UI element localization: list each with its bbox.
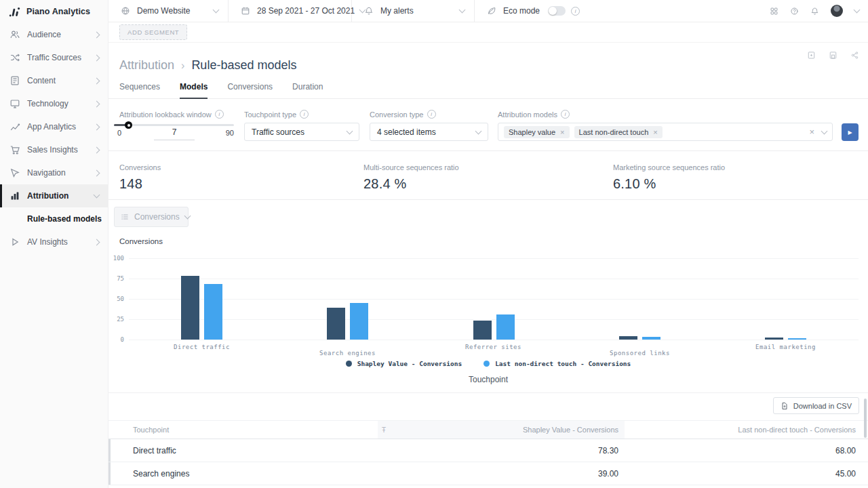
chevron-right-icon (94, 146, 100, 153)
table-row-search-engines: Search engines39.0045.00 (108, 462, 868, 485)
lookback-value-input[interactable]: 7 (154, 127, 195, 140)
remove-tag-icon[interactable]: × (560, 128, 564, 136)
bar-last-non-direct-touch-conversions-referrer-sites (496, 314, 515, 340)
site-selector-value: Demo Website (137, 6, 208, 16)
column-header-touchpoint[interactable]: Touchpoint (108, 426, 378, 434)
sidebar-item-av-insights[interactable]: AV Insights (0, 230, 108, 253)
chevron-right-icon (94, 77, 100, 84)
sidebar-item-technology[interactable]: Technology (0, 92, 108, 115)
kpi-value: 28.4 % (363, 176, 459, 192)
chevron-down-icon[interactable] (854, 7, 861, 14)
legend-item-shapley-value-conversions[interactable]: Shapley Value - Conversions (346, 360, 462, 367)
x-category-label: Referrer sites (420, 344, 566, 350)
traffic-sources-icon (9, 52, 20, 63)
add-segment-button[interactable]: ADD SEGMENT (119, 24, 187, 40)
tab-duration[interactable]: Duration (292, 82, 323, 99)
attribution-models-multiselect[interactable]: Shapley value × Last non-direct touch × … (498, 123, 833, 141)
sidebar-item-app-analytics[interactable]: App Analytics (0, 115, 108, 138)
clear-all-icon[interactable]: × (809, 127, 814, 137)
sidebar-item-traffic-sources[interactable]: Traffic Sources (0, 46, 108, 69)
apply-button[interactable]: ▶ (842, 123, 859, 141)
alerts-value: My alerts (380, 6, 454, 16)
sidebar-item-label: Navigation (27, 168, 94, 178)
conversion-type-value: 4 selected items (377, 127, 436, 137)
sidebar-item-audience[interactable]: Audience (0, 23, 108, 46)
lookback-slider[interactable] (114, 124, 234, 126)
y-tick-label: 0 (108, 336, 124, 343)
download-file-icon (781, 402, 789, 410)
chevron-right-icon (94, 54, 100, 61)
legend-item-last-non-direct-touch-conversions[interactable]: Last non-direct touch - Conversions (484, 360, 631, 367)
chevron-right-icon (94, 239, 100, 245)
bar-chart: 1007550250Direct trafficSearch enginesRe… (108, 254, 868, 390)
conversion-type-label: Conversion type (370, 110, 436, 119)
technology-icon (9, 98, 20, 109)
metric-selector-value: Conversions (134, 212, 180, 222)
calendar-icon (241, 6, 250, 16)
x-category-label: Sponsored links (567, 350, 713, 357)
alerts-selector[interactable]: My alerts (352, 0, 475, 22)
remove-tag-icon[interactable]: × (653, 128, 657, 136)
eco-mode-info-icon[interactable] (571, 7, 580, 16)
avatar[interactable] (831, 5, 843, 17)
page-header: Attribution › Rule-based models Sequence… (108, 43, 868, 99)
apps-grid-icon[interactable] (770, 7, 778, 16)
touchpoint-type-label: Touchpoint type (244, 110, 309, 119)
download-csv-button[interactable]: Download in CSV (773, 397, 859, 414)
legend-dot (484, 361, 490, 367)
sidebar-item-label: App Analytics (27, 122, 94, 131)
sidebar-item-content[interactable]: Content (0, 69, 108, 92)
save-report-icon[interactable] (829, 51, 837, 60)
site-selector[interactable]: Demo Website (108, 0, 229, 22)
bar-last-non-direct-touch-conversions-direct-traffic (204, 284, 222, 340)
metric-selector-dropdown[interactable]: Conversions (114, 207, 189, 227)
chevron-down-icon (459, 7, 466, 14)
sidebar-item-label: Attribution (27, 191, 94, 201)
brand[interactable]: Piano Analytics (0, 0, 108, 22)
notifications-bell-icon[interactable] (810, 7, 819, 16)
gridline (129, 279, 859, 279)
chevron-right-icon (94, 100, 100, 107)
sidebar-item-label: Audience (27, 30, 94, 39)
header-actions (807, 51, 859, 60)
eco-mode-toggle[interactable] (548, 6, 566, 16)
touchpoint-type-select[interactable]: Traffic sources (244, 123, 359, 141)
gridline (129, 258, 859, 259)
scrollbar-thumb[interactable] (864, 399, 867, 438)
info-icon[interactable] (300, 110, 309, 119)
sidebar-item-navigation[interactable]: Navigation (0, 161, 108, 184)
sidebar-item-attribution[interactable]: Attribution (0, 184, 108, 207)
info-icon[interactable] (427, 110, 436, 119)
gridline (129, 319, 859, 320)
y-tick-label: 25 (108, 316, 124, 323)
toggle-knob (549, 7, 557, 15)
sidebar-item-label: Content (27, 76, 94, 85)
help-icon[interactable] (790, 7, 799, 16)
breadcrumb-parent[interactable]: Attribution (119, 58, 174, 73)
conversion-type-select[interactable]: 4 selected items (370, 123, 488, 141)
model-tag: Last non-direct touch × (574, 126, 663, 138)
column-header-last-non-direct[interactable]: Last non-direct touch - Conversions (625, 426, 868, 434)
chevron-down-icon (475, 127, 482, 134)
share-icon[interactable] (850, 51, 859, 60)
table-header: Touchpoint Ŧ Shapley Value - Conversions… (108, 420, 868, 439)
bookmark-add-icon[interactable] (807, 51, 816, 60)
column-header-shapley[interactable]: Ŧ Shapley Value - Conversions (378, 421, 625, 439)
kpi-multi-source-ratio: Multi-source sequences ratio 28.4 % (363, 163, 459, 192)
x-category-label: Direct traffic (129, 344, 275, 350)
tab-models[interactable]: Models (180, 82, 208, 99)
tab-sequences[interactable]: Sequences (119, 82, 160, 99)
bar-shapley-value-conversions-sponsored-links (619, 336, 637, 340)
info-icon[interactable] (215, 110, 224, 119)
info-icon[interactable] (561, 110, 570, 119)
bell-icon (364, 6, 374, 16)
sidebar-item-sales-insights[interactable]: Sales Insights (0, 138, 108, 161)
chevron-right-icon (94, 123, 100, 130)
kpi-marketing-source-ratio: Marketing source sequences ratio 6.10 % (613, 163, 725, 192)
sidebar-item-rule-based-models[interactable]: Rule-based models (0, 207, 108, 230)
slider-handle[interactable] (125, 121, 132, 129)
tab-conversions[interactable]: Conversions (227, 82, 273, 99)
chevron-down-icon[interactable] (821, 127, 828, 134)
bar-shapley-value-conversions-referrer-sites (473, 321, 492, 340)
date-range-selector[interactable]: 28 Sep 2021 - 27 Oct 2021 (229, 0, 352, 22)
